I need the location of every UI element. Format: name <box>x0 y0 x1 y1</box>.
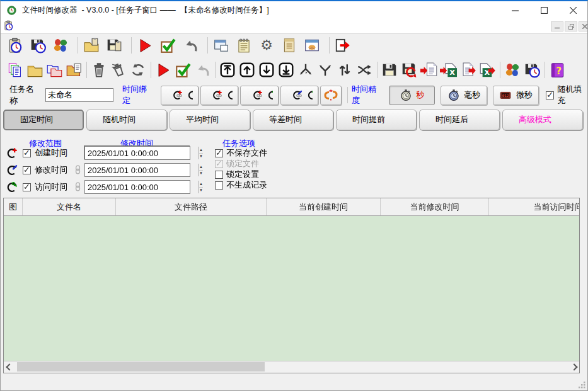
scroll-left-button[interactable] <box>4 361 14 372</box>
bind-modify-access-button[interactable] <box>280 86 318 105</box>
modify-time-checkbox[interactable] <box>23 166 31 174</box>
resize-grip-icon[interactable] <box>577 380 585 388</box>
clear-button[interactable] <box>109 60 128 79</box>
modify-time-spinner[interactable]: ▲▼ <box>199 164 203 176</box>
option-no-save-checkbox[interactable]: 不保存文件 <box>215 148 267 158</box>
column-header-access-time[interactable]: 当前访问时间 <box>489 198 580 215</box>
undo-button[interactable] <box>193 60 212 79</box>
run-all-button[interactable] <box>135 36 154 55</box>
create-time-spinner[interactable]: ▲▼ <box>199 147 203 159</box>
bind-create-modify-button[interactable] <box>200 86 238 105</box>
precision-milliseconds-button[interactable]: 毫秒 <box>441 86 487 105</box>
new-task-button[interactable] <box>6 36 25 55</box>
log-button[interactable] <box>234 36 253 55</box>
bind-create-modify-icon <box>206 88 233 102</box>
column-header-create-time[interactable]: 当前创建时间 <box>267 198 381 215</box>
add-folder-button[interactable] <box>25 60 44 79</box>
column-header-icon[interactable]: 图 <box>4 198 23 215</box>
column-header-filepath[interactable]: 文件路径 <box>116 198 267 215</box>
mdi-restore-button[interactable] <box>565 21 577 31</box>
refresh-button[interactable] <box>129 60 147 79</box>
scroll-right-button[interactable] <box>568 361 579 372</box>
add-files-button[interactable] <box>6 60 25 79</box>
precision-seconds-button[interactable]: 秒 <box>389 86 435 105</box>
tab-average-time[interactable]: 平均时间 <box>170 110 250 130</box>
apply-button[interactable] <box>173 60 192 79</box>
save-task-button[interactable] <box>28 36 47 55</box>
add-folders-button[interactable] <box>45 60 64 79</box>
spin-up-icon[interactable]: ▲ <box>199 147 203 154</box>
add-folder-files-button[interactable] <box>64 60 83 79</box>
task-manager-button[interactable] <box>503 60 522 79</box>
option-no-record-checkbox[interactable]: 不生成记录 <box>215 180 267 190</box>
sort-button[interactable] <box>335 60 354 79</box>
tab-advanced-mode[interactable]: 高级模式 <box>502 110 583 130</box>
tab-random-time[interactable]: 随机时间 <box>86 110 167 130</box>
option-lock-settings-checkbox[interactable]: 锁定设置 <box>215 169 259 179</box>
open-task-button[interactable] <box>82 36 101 55</box>
maximize-button[interactable] <box>529 1 558 19</box>
horizontal-scrollbar[interactable] <box>4 361 579 373</box>
random-fill-checkbox[interactable]: 随机填充 <box>546 84 587 106</box>
merge-up-button[interactable] <box>316 60 335 79</box>
save-task-button[interactable] <box>522 60 541 79</box>
unbind-button[interactable] <box>320 86 342 105</box>
access-time-checkbox[interactable] <box>23 183 31 191</box>
task-window-icon[interactable] <box>3 20 14 31</box>
spin-down-icon[interactable]: ▼ <box>199 188 203 194</box>
access-time-input[interactable] <box>85 181 199 193</box>
spin-up-icon[interactable]: ▲ <box>199 164 203 171</box>
tab-time-delay[interactable]: 时间延后 <box>419 110 500 130</box>
split-down-button[interactable] <box>296 60 315 79</box>
precision-seconds-label: 秒 <box>417 89 425 101</box>
exit-button[interactable] <box>333 36 352 55</box>
website-button[interactable] <box>303 36 321 55</box>
import-text-button[interactable] <box>419 60 438 79</box>
column-header-filename[interactable]: 文件名 <box>23 198 116 215</box>
undo-all-button[interactable] <box>181 36 200 55</box>
spin-up-icon[interactable]: ▲ <box>199 181 203 188</box>
child-window-button[interactable] <box>212 36 231 55</box>
bind-create-modify-access-button[interactable] <box>161 86 199 105</box>
export-text-button[interactable] <box>458 60 477 79</box>
mdi-close-icon <box>582 24 587 29</box>
file-list-body[interactable] <box>4 216 579 352</box>
license-button[interactable] <box>280 36 299 55</box>
task-manager-button[interactable] <box>51 36 70 55</box>
spin-down-icon[interactable]: ▼ <box>199 171 203 177</box>
move-up-button[interactable] <box>238 60 257 79</box>
access-time-spinner[interactable]: ▲▼ <box>199 181 203 193</box>
close-button[interactable] <box>558 1 587 19</box>
tab-time-advance[interactable]: 时间提前 <box>336 110 417 130</box>
run-button[interactable] <box>154 60 173 79</box>
minimize-button[interactable] <box>500 1 529 19</box>
move-top-button[interactable] <box>218 60 237 79</box>
settings-panel: 修改范围 修改时间 任务选项 创建时间 ▲▼ 修改时间 ▲▼ 访问时间 <box>1 132 587 198</box>
import-excel-button[interactable] <box>439 60 458 79</box>
column-header-modify-time[interactable]: 当前修改时间 <box>381 198 489 215</box>
precision-microseconds-button[interactable]: 微秒 <box>493 86 539 105</box>
move-bottom-button[interactable] <box>277 60 296 79</box>
delete-button[interactable] <box>89 60 108 79</box>
settings-button[interactable]: ⚙ <box>257 36 276 55</box>
create-time-checkbox[interactable] <box>23 149 31 157</box>
task-name-input[interactable] <box>45 88 113 102</box>
save-list-button[interactable] <box>380 60 399 79</box>
mdi-minimize-button[interactable] <box>551 21 563 31</box>
spin-down-icon[interactable]: ▼ <box>199 154 203 160</box>
export-excel-button[interactable] <box>478 60 497 79</box>
save-refresh-button[interactable] <box>400 60 418 79</box>
tab-arithmetic-time[interactable]: 等差时间 <box>253 110 333 130</box>
save-as-button[interactable] <box>105 36 124 55</box>
create-time-input[interactable] <box>85 147 199 159</box>
bind-create-access-button[interactable] <box>240 86 278 105</box>
modify-time-input[interactable] <box>85 164 199 176</box>
help-button[interactable] <box>548 60 567 79</box>
apply-all-button[interactable] <box>158 36 177 55</box>
shuffle-button[interactable] <box>355 60 374 79</box>
pinwheel-icon <box>504 62 521 78</box>
tab-fixed-time[interactable]: 固定时间 <box>3 110 84 130</box>
mdi-close-button[interactable] <box>579 21 588 31</box>
move-down-button[interactable] <box>257 60 276 79</box>
scrollbar-thumb[interactable] <box>17 362 265 371</box>
